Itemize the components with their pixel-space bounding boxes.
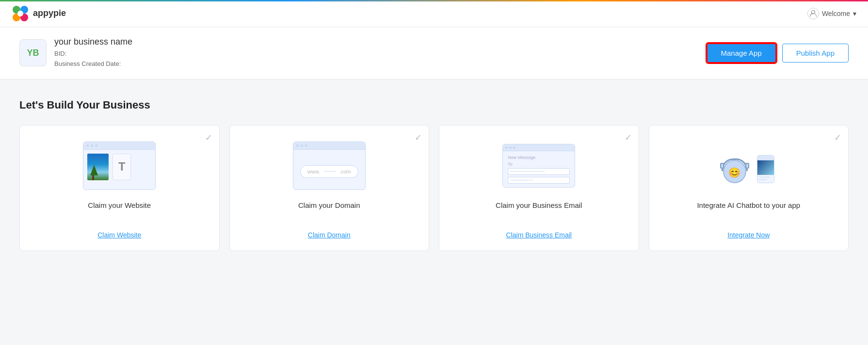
business-name: your business name — [54, 37, 132, 47]
cards-grid: ✓ T — [19, 125, 849, 251]
business-details: your business name BID: Business Created… — [54, 37, 132, 69]
business-bar: YB your business name BID: Business Crea… — [0, 27, 868, 79]
card-email: ✓ New Message To — [439, 125, 639, 251]
card-domain: ✓ www. .com — [229, 125, 430, 251]
claim-domain-link[interactable]: Claim Domain — [308, 231, 351, 239]
svg-point-4 — [17, 11, 23, 16]
chevron-down-icon: ▾ — [853, 10, 856, 17]
email-card-title: Claim your Business Email — [496, 201, 582, 217]
logo-text: appypie — [33, 8, 66, 18]
user-icon — [807, 8, 819, 19]
integrate-now-link[interactable]: Integrate Now — [727, 231, 770, 239]
avatar: YB — [19, 39, 47, 66]
domain-card-title: Claim your Domain — [298, 201, 360, 217]
chatbot-card-title: Integrate AI Chatbot to your app — [697, 201, 800, 217]
website-card-title: Claim your Website — [88, 201, 151, 217]
check-icon-email: ✓ — [625, 132, 632, 143]
business-info: YB your business name BID: Business Crea… — [19, 37, 132, 69]
check-icon-website: ✓ — [205, 132, 212, 143]
welcome-button[interactable]: Welcome ▾ — [807, 8, 856, 19]
created-label: Business Created Date: — [54, 60, 121, 67]
manage-app-button[interactable]: Manage App — [707, 43, 776, 63]
publish-app-button[interactable]: Publish App — [782, 44, 849, 63]
claim-website-link[interactable]: Claim Website — [97, 231, 141, 239]
main-content: Let's Build Your Business ✓ — [0, 79, 868, 270]
domain-illustration: www. .com — [290, 139, 368, 192]
check-icon-domain: ✓ — [415, 132, 422, 143]
business-actions: Manage App Publish App — [707, 43, 849, 63]
chatbot-illustration: 😊 — [710, 139, 788, 192]
email-illustration: New Message To — [500, 139, 578, 192]
check-icon-chatbot: ✓ — [834, 132, 841, 143]
section-title: Let's Build Your Business — [19, 99, 849, 111]
bid-line: BID: — [54, 49, 132, 59]
created-line: Business Created Date: — [54, 59, 132, 69]
bid-label: BID: — [54, 50, 66, 57]
welcome-label: Welcome — [822, 10, 850, 17]
logo: appypie — [12, 5, 66, 22]
card-website: ✓ T — [19, 125, 220, 251]
website-illustration: T — [80, 139, 158, 192]
header: appypie Welcome ▾ — [0, 0, 868, 27]
claim-email-link[interactable]: Claim Business Email — [506, 231, 572, 239]
appypie-logo-icon — [12, 5, 29, 22]
card-chatbot: ✓ 😊 — [649, 125, 849, 251]
